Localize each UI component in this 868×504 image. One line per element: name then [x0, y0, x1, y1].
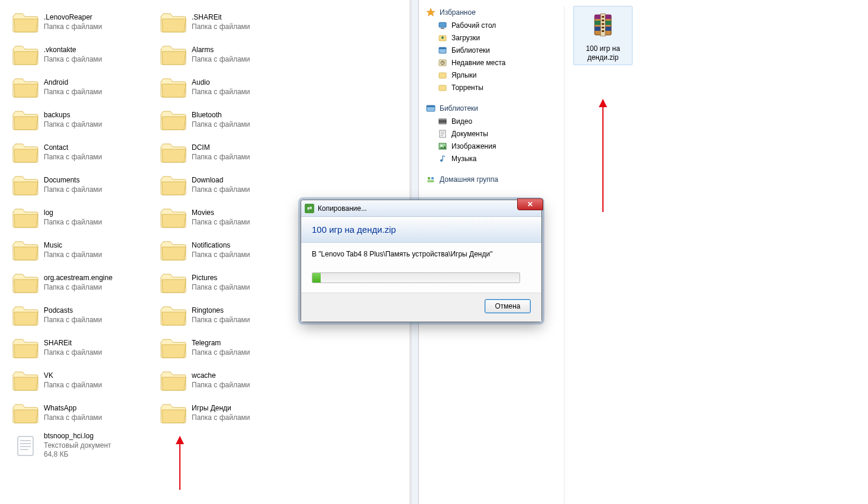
- folder-name: VK: [44, 371, 102, 381]
- folder-item[interactable]: AudioПапка с файлами: [160, 71, 308, 104]
- folder-icon: [160, 206, 187, 230]
- folder-item[interactable]: NotificationsПапка с файлами: [160, 234, 308, 267]
- folder-name: wcache: [192, 371, 250, 381]
- folder-item[interactable]: DCIMПапка с файлами: [160, 136, 308, 169]
- tree-item-label: Недавние места: [451, 59, 505, 67]
- folder-item[interactable]: PicturesПапка с файлами: [160, 267, 308, 299]
- folder-icon: [160, 271, 187, 295]
- svg-rect-16: [427, 105, 435, 107]
- folder-item[interactable]: VKПапка с файлами: [12, 364, 160, 397]
- tree-group-libraries[interactable]: Библиотеки: [425, 102, 564, 115]
- progress-fill: [312, 273, 321, 283]
- folder-type: Папка с файлами: [192, 381, 250, 390]
- svg-point-26: [440, 159, 443, 162]
- file-item-zip[interactable]: 100 игр на денди.zip: [573, 6, 633, 65]
- tree-item-label: Торренты: [451, 84, 483, 92]
- folder-item[interactable]: AndroidПапка с файлами: [12, 71, 160, 104]
- file-type: Текстовый документ: [44, 441, 111, 451]
- dialog-title: Копирование...: [318, 204, 367, 213]
- folder-type: Папка с файлами: [192, 88, 250, 97]
- tree-item-music[interactable]: Музыка: [425, 152, 564, 165]
- tree-item-label: Загрузки: [451, 34, 480, 42]
- tree-item-documents[interactable]: Документы: [425, 127, 564, 140]
- tree-item-desktop[interactable]: Рабочий стол: [425, 19, 564, 31]
- tree-item-video[interactable]: Видео: [425, 115, 564, 127]
- folder-item[interactable]: MoviesПапка с файлами: [160, 201, 308, 234]
- dialog-close-button[interactable]: ✕: [517, 198, 543, 210]
- tree-item-pictures[interactable]: Изображения: [425, 140, 564, 152]
- folder-name: Telegram: [192, 339, 250, 348]
- folder-icon: [12, 174, 39, 197]
- tree-item-recent[interactable]: Недавние места: [425, 56, 564, 69]
- folder-icon: [12, 11, 39, 34]
- svg-rect-40: [602, 30, 604, 32]
- dialog-titlebar[interactable]: ⇄ Копирование...: [301, 200, 541, 217]
- svg-rect-19: [439, 123, 446, 124]
- star-icon: [425, 8, 436, 17]
- shortcuts-icon: [437, 70, 448, 80]
- right-content-area: 100 игр на денди.zip: [567, 6, 863, 65]
- folder-type: Папка с файлами: [44, 153, 102, 162]
- folder-icon: [160, 304, 187, 328]
- folder-item[interactable]: PodcastsПапка с файлами: [12, 299, 160, 332]
- folder-item[interactable]: SHAREitПапка с файлами: [12, 332, 160, 364]
- folder-item[interactable]: .LenovoReaperПапка с файлами: [12, 6, 160, 38]
- tree-group-label: Библиотеки: [440, 104, 478, 113]
- file-name: btsnoop_hci.log: [44, 432, 111, 441]
- folder-item[interactable]: org.acestream.engineПапка с файлами: [12, 267, 160, 299]
- file-name: 100 игр на денди.zip: [575, 44, 631, 62]
- annotation-arrow-right: [602, 99, 604, 212]
- folder-item[interactable]: AlarmsПапка с файлами: [160, 38, 308, 71]
- svg-rect-38: [602, 23, 604, 25]
- tree-item-label: Музыка: [451, 155, 476, 163]
- folder-icon: [12, 369, 39, 393]
- folder-item[interactable]: DocumentsПапка с файлами: [12, 169, 160, 201]
- tree-group-favorites[interactable]: Избранное: [425, 6, 564, 19]
- tree-group-homegroup[interactable]: Домашняя группа: [425, 173, 564, 186]
- svg-marker-5: [427, 8, 435, 16]
- folder-name: Movies: [192, 208, 250, 218]
- folder-item[interactable]: MusicПапка с файлами: [12, 234, 160, 267]
- desktop-icon: [437, 21, 448, 30]
- file-item[interactable]: btsnoop_hci.logТекстовый документ64,8 КБ: [12, 429, 160, 462]
- folder-item[interactable]: TelegramПапка с файлами: [160, 332, 308, 364]
- folder-name: SHAREit: [44, 339, 102, 348]
- folder-item[interactable]: wcacheПапка с файлами: [160, 364, 308, 397]
- tree-item-libraries[interactable]: Библиотеки: [425, 44, 564, 56]
- folder-icon: [160, 108, 187, 132]
- folder-item[interactable]: .SHAREitПапка с файлами: [160, 6, 308, 38]
- tree-item-label: Изображения: [451, 142, 496, 150]
- dialog-heading: 100 игр на денди.zip: [312, 224, 396, 235]
- folder-name: org.acestream.engine: [44, 274, 112, 283]
- pictures-icon: [437, 142, 448, 151]
- svg-rect-39: [602, 27, 604, 28]
- tree-item-downloads[interactable]: Загрузки: [425, 31, 564, 44]
- folder-type: Папка с файлами: [192, 283, 250, 293]
- folder-item[interactable]: backupsПапка с файлами: [12, 104, 160, 136]
- folder-item[interactable]: RingtonesПапка с файлами: [160, 299, 308, 332]
- downloads-icon: [437, 33, 448, 43]
- folder-type: Папка с файлами: [192, 218, 250, 227]
- folder-type: Папка с файлами: [44, 55, 102, 65]
- folder-item[interactable]: .vkontakteПапка с файлами: [12, 38, 160, 71]
- folder-item[interactable]: Игры ДендиПапка с файлами: [160, 397, 308, 429]
- folder-type: Папка с файлами: [44, 381, 102, 390]
- tree-item-shortcuts[interactable]: Ярлыки: [425, 69, 564, 81]
- winrar-zip-icon: [589, 10, 617, 38]
- folder-item[interactable]: ContactПапка с файлами: [12, 136, 160, 169]
- folder-type: Папка с файлами: [192, 23, 250, 32]
- tree-item-torrents[interactable]: Торренты: [425, 81, 564, 94]
- folder-item[interactable]: BluetoothПапка с файлами: [160, 104, 308, 136]
- folder-icon: [160, 141, 187, 165]
- dialog-destination: В "Lenovo Tab4 8 Plus\Память устройства\…: [312, 250, 531, 258]
- documents-icon: [437, 129, 448, 139]
- svg-rect-0: [18, 436, 33, 455]
- folder-item[interactable]: DownloadПапка с файлами: [160, 169, 308, 201]
- folder-item[interactable]: logПапка с файлами: [12, 201, 160, 234]
- folder-icon: [160, 402, 187, 425]
- annotation-arrow-left: [179, 436, 180, 490]
- progress-bar: [312, 272, 520, 283]
- cancel-button[interactable]: Отмена: [485, 299, 531, 313]
- folder-item[interactable]: WhatsAppПапка с файлами: [12, 397, 160, 429]
- svg-rect-27: [443, 156, 443, 160]
